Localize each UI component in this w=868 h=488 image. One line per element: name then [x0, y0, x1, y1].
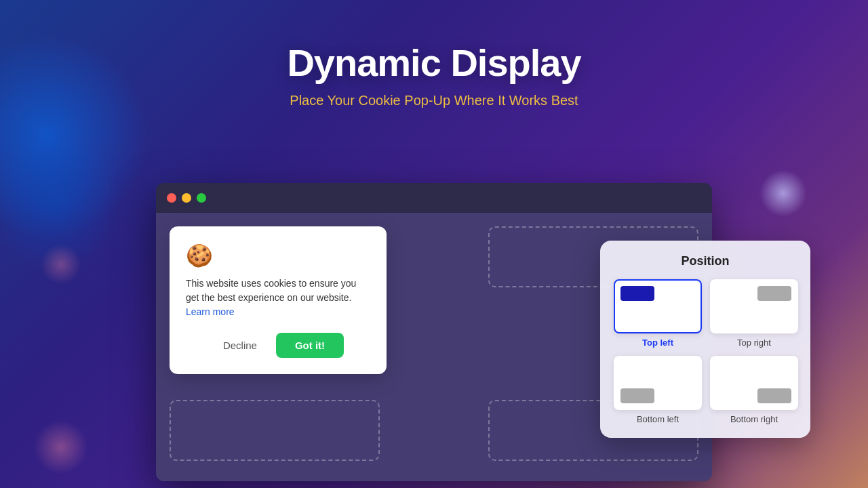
bottom-left-indicator	[620, 388, 654, 403]
top-left-indicator	[620, 286, 654, 301]
page-header: Dynamic Display Place Your Cookie Pop-Up…	[0, 0, 868, 108]
position-label-bottom-left: Bottom left	[637, 414, 679, 424]
position-label-top-left: Top left	[642, 338, 673, 348]
position-panel-title: Position	[614, 254, 797, 268]
decline-button[interactable]: Decline	[212, 334, 268, 357]
position-option-bottom-left[interactable]: Bottom left	[614, 356, 702, 424]
gotit-button[interactable]: Got it!	[276, 333, 344, 358]
position-option-bottom-right[interactable]: Bottom right	[710, 356, 798, 424]
cookie-popup: 🍪 This website uses cookies to ensure yo…	[170, 226, 387, 374]
position-option-top-left[interactable]: Top left	[614, 279, 702, 348]
page-subtitle: Place Your Cookie Pop-Up Where It Works …	[0, 93, 868, 108]
top-right-indicator	[757, 286, 791, 301]
learn-more-link[interactable]: Learn more	[186, 306, 235, 317]
browser-titlebar	[156, 183, 712, 213]
traffic-light-yellow[interactable]	[182, 193, 191, 203]
placeholder-bottom-left	[170, 400, 380, 461]
cookie-popup-text: This website uses cookies to ensure you …	[186, 277, 370, 319]
position-preview-bottom-left	[614, 356, 702, 410]
bg-decoration-3	[34, 420, 88, 474]
page-title: Dynamic Display	[0, 41, 868, 85]
position-label-top-right: Top right	[737, 338, 771, 348]
bottom-right-indicator	[757, 388, 791, 403]
bg-decoration-4	[41, 244, 81, 285]
traffic-light-green[interactable]	[197, 193, 206, 203]
cookie-buttons: Decline Got it!	[186, 333, 370, 358]
bg-decoration-2	[0, 136, 122, 271]
position-option-top-right[interactable]: Top right	[710, 279, 798, 348]
position-preview-bottom-right	[710, 356, 798, 410]
cookie-icon: 🍪	[186, 243, 370, 268]
bg-decoration-5	[760, 169, 807, 217]
position-preview-top-left	[614, 279, 702, 333]
position-grid: Top left Top right Bottom left Bottom ri…	[614, 279, 797, 424]
position-panel: Position Top left Top right Bottom left	[600, 241, 810, 438]
traffic-light-red[interactable]	[167, 193, 176, 203]
position-label-bottom-right: Bottom right	[730, 414, 778, 424]
position-preview-top-right	[710, 279, 798, 333]
